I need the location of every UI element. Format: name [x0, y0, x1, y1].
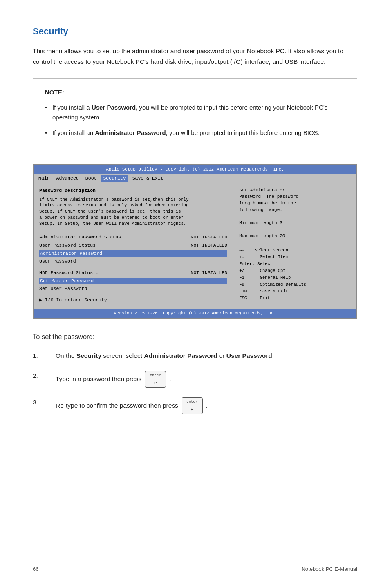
step-num-2: 2. [33, 371, 44, 381]
steps-title: To set the password: [33, 332, 357, 342]
step-2-text-after: . [169, 374, 171, 384]
bios-footer: Version 2.15.1226. Copyright (C) 2012 Am… [34, 309, 356, 318]
enter-label: enter [150, 373, 161, 378]
step-1-bold-user: User Password [226, 352, 272, 359]
note-item-1-bold: User Password, [92, 104, 138, 111]
steps-list: 1. On the Security screen, select Admini… [33, 351, 357, 414]
bios-label-user-password: User Password [39, 258, 76, 265]
footer-page-num: 66 [33, 565, 38, 573]
note-list: If you install a User Password, you will… [45, 103, 345, 138]
bios-title-bar: Aptio Setup Utility - Copyright (C) 2012… [34, 165, 356, 174]
bios-label-io-security: ▶ I/O Interface Security [39, 297, 107, 304]
step-num-3: 3. [33, 397, 44, 408]
bios-label-admin-password: Administrator Password [40, 250, 102, 257]
enter-arrow-3: ↵ [191, 406, 193, 413]
step-3-content: Re-type to confirm the password then pre… [56, 397, 357, 414]
step-1-bold-admin: Administrator Password [144, 352, 217, 359]
list-item: If you install an Administrator Password… [45, 128, 345, 138]
enter-key-inner-3: enter ↵ [186, 399, 197, 413]
list-item: If you install a User Password, you will… [45, 103, 345, 122]
bios-menu-save: Save & Exit [131, 175, 165, 182]
bios-label-admin-status: Administrator Password Status [39, 234, 121, 241]
bios-row-set-user: Set User Password [39, 285, 227, 292]
enter-key-3: enter ↵ [182, 397, 203, 414]
bios-description: If ONLY the Administrator's password is … [39, 197, 227, 227]
bios-menu-security: Security [101, 175, 127, 182]
page: Security This menu allows you to set up … [0, 0, 390, 588]
step-2-content: Type in a password then press enter ↵ . [56, 371, 357, 388]
note-label: NOTE: [45, 88, 345, 97]
bios-row-hdd-status: HDD Password Status : NOT INSTALLED [39, 269, 227, 276]
bios-label-set-master: Set Master Password [40, 278, 94, 285]
step-num-1: 1. [33, 351, 44, 361]
enter-key-inner: enter ↵ [150, 373, 161, 386]
bios-screenshot: Aptio Setup Utility - Copyright (C) 2012… [33, 164, 357, 318]
step-1-bold-security: Security [76, 352, 101, 359]
page-footer: 66 Notebook PC E-Manual [33, 561, 357, 573]
note-item-2-bold: Administrator Password [95, 129, 166, 136]
bios-right-info: Set Administrator Password. The password… [239, 187, 351, 240]
list-item: 3. Re-type to confirm the password then … [33, 397, 357, 414]
bios-menu-bar: Main Advanced Boot Security Save & Exit [34, 174, 356, 183]
bios-right-panel: Set Administrator Password. The password… [233, 183, 356, 309]
bios-label-user-status: User Password Status [39, 242, 96, 249]
list-item: 2. Type in a password then press enter ↵… [33, 371, 357, 388]
bios-menu-boot: Boot [84, 175, 99, 182]
note-item-1-before: If you install a [52, 104, 92, 111]
bios-hint: →← : Select Screen ↑↓ : Select Item Ente… [239, 247, 351, 302]
enter-label-3: enter [186, 399, 197, 405]
bios-body: Password Description If ONLY the Adminis… [34, 183, 356, 309]
bios-row-admin-password: Administrator Password [39, 250, 227, 257]
bios-row-admin-status: Administrator Password Status NOT INSTAL… [39, 234, 227, 241]
bios-label-hdd-status: HDD Password Status : [39, 269, 99, 276]
footer-title: Notebook PC E-Manual [301, 565, 357, 573]
bios-row-user-password: User Password [39, 258, 227, 265]
bios-row-io-security: ▶ I/O Interface Security [39, 297, 227, 304]
bios-menu-advanced: Advanced [55, 175, 81, 182]
intro-text: This menu allows you to set up the admin… [33, 46, 357, 67]
note-box: NOTE: If you install a User Password, yo… [33, 78, 357, 153]
bios-value-user-status: NOT INSTALLED [191, 242, 228, 249]
bios-value-admin-status: NOT INSTALLED [191, 234, 228, 241]
note-item-2-before: If you install an [52, 129, 95, 136]
bios-left-panel: Password Description If ONLY the Adminis… [34, 183, 233, 309]
bios-section-title: Password Description [39, 187, 227, 194]
bios-row-set-master: Set Master Password [39, 278, 227, 285]
note-item-2-after: , you will be prompted to input this bef… [166, 129, 320, 136]
step-1-content: On the Security screen, select Administr… [56, 351, 357, 361]
page-title: Security [33, 25, 357, 38]
enter-key-2: enter ↵ [145, 371, 166, 388]
bios-menu-main: Main [37, 175, 52, 182]
bios-label-set-user: Set User Password [39, 285, 87, 292]
enter-arrow: ↵ [154, 379, 157, 386]
step-1-text: On the Security screen, select Administr… [56, 351, 274, 361]
bios-value-hdd-status: NOT INSTALLED [191, 269, 228, 276]
bios-row-user-status: User Password Status NOT INSTALLED [39, 242, 227, 249]
step-3-text-after: . [206, 401, 208, 411]
step-3-text-before: Re-type to confirm the password then pre… [56, 401, 178, 411]
list-item: 1. On the Security screen, select Admini… [33, 351, 357, 361]
step-2-text-before: Type in a password then press [56, 374, 141, 384]
